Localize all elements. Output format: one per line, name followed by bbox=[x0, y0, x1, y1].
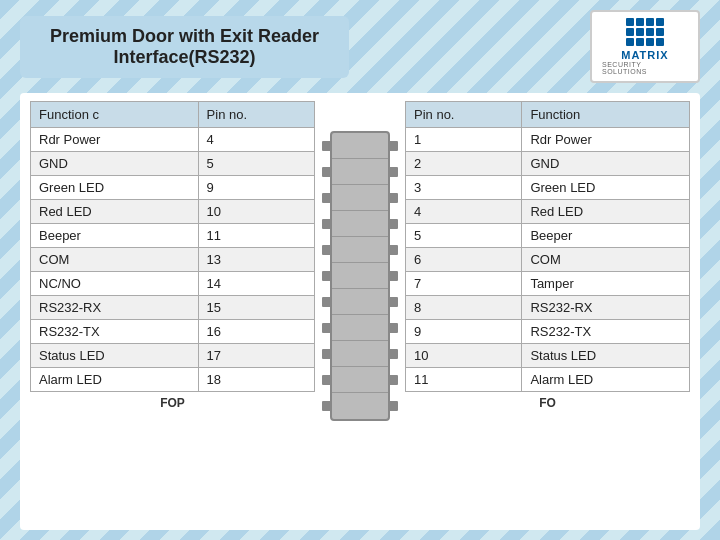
left-table-row: Green LED9 bbox=[31, 176, 315, 200]
right-table-row: 8RS232-RX bbox=[406, 296, 690, 320]
logo: MATRIX SECURITY SOLUTIONS bbox=[590, 10, 700, 83]
left-function-cell: Alarm LED bbox=[31, 368, 199, 392]
right-col1-header: Pin no. bbox=[406, 102, 522, 128]
right-pinno-cell: 8 bbox=[406, 296, 522, 320]
left-pinno-cell: 13 bbox=[198, 248, 314, 272]
left-col2-header: Pin no. bbox=[198, 102, 314, 128]
left-pinno-cell: 4 bbox=[198, 128, 314, 152]
left-table-row: Beeper11 bbox=[31, 224, 315, 248]
left-function-cell: NC/NO bbox=[31, 272, 199, 296]
right-pinno-cell: 3 bbox=[406, 176, 522, 200]
left-function-cell: RS232-TX bbox=[31, 320, 199, 344]
header: Premium Door with Exit Reader Interface(… bbox=[20, 10, 700, 83]
left-pinno-cell: 14 bbox=[198, 272, 314, 296]
left-table-row: Status LED17 bbox=[31, 344, 315, 368]
right-table-row: 7Tamper bbox=[406, 272, 690, 296]
left-table-row: GND5 bbox=[31, 152, 315, 176]
right-pinno-cell: 2 bbox=[406, 152, 522, 176]
right-function-cell: Alarm LED bbox=[522, 368, 690, 392]
right-table-row: 4Red LED bbox=[406, 200, 690, 224]
right-table-row: 11Alarm LED bbox=[406, 368, 690, 392]
left-function-cell: RS232-RX bbox=[31, 296, 199, 320]
left-table-row: RS232-RX15 bbox=[31, 296, 315, 320]
connector-pin bbox=[332, 237, 388, 263]
left-function-cell: Rdr Power bbox=[31, 128, 199, 152]
connector-pin bbox=[332, 263, 388, 289]
connector-section bbox=[315, 101, 405, 421]
right-table-row: 6COM bbox=[406, 248, 690, 272]
right-function-cell: Green LED bbox=[522, 176, 690, 200]
connector-visual bbox=[330, 131, 390, 421]
left-table-row: Rdr Power4 bbox=[31, 128, 315, 152]
right-function-cell: Rdr Power bbox=[522, 128, 690, 152]
right-pinno-cell: 6 bbox=[406, 248, 522, 272]
right-pinno-cell: 7 bbox=[406, 272, 522, 296]
right-pinno-cell: 10 bbox=[406, 344, 522, 368]
left-table-footer: FOP bbox=[30, 396, 315, 410]
left-table: Function c Pin no. Rdr Power4GND5Green L… bbox=[30, 101, 315, 392]
left-table-row: RS232-TX16 bbox=[31, 320, 315, 344]
right-function-cell: Beeper bbox=[522, 224, 690, 248]
logo-brand: MATRIX bbox=[621, 49, 668, 61]
right-function-cell: GND bbox=[522, 152, 690, 176]
left-pinno-cell: 17 bbox=[198, 344, 314, 368]
right-function-cell: Status LED bbox=[522, 344, 690, 368]
left-function-cell: Status LED bbox=[31, 344, 199, 368]
right-function-cell: COM bbox=[522, 248, 690, 272]
right-col2-header: Function bbox=[522, 102, 690, 128]
connector-pin bbox=[332, 289, 388, 315]
right-pinno-cell: 1 bbox=[406, 128, 522, 152]
left-function-cell: Green LED bbox=[31, 176, 199, 200]
tables-and-connector: Function c Pin no. Rdr Power4GND5Green L… bbox=[30, 101, 690, 421]
connector-pin bbox=[332, 315, 388, 341]
content-box: Function c Pin no. Rdr Power4GND5Green L… bbox=[20, 93, 700, 530]
left-table-row: Red LED10 bbox=[31, 200, 315, 224]
left-pinno-cell: 9 bbox=[198, 176, 314, 200]
right-table-row: 3Green LED bbox=[406, 176, 690, 200]
right-table-section: Pin no. Function 1Rdr Power2GND3Green LE… bbox=[405, 101, 690, 410]
left-pinno-cell: 5 bbox=[198, 152, 314, 176]
left-pinno-cell: 10 bbox=[198, 200, 314, 224]
right-pinno-cell: 4 bbox=[406, 200, 522, 224]
right-function-cell: RS232-RX bbox=[522, 296, 690, 320]
right-table-row: 1Rdr Power bbox=[406, 128, 690, 152]
right-table-row: 10Status LED bbox=[406, 344, 690, 368]
left-function-cell: Beeper bbox=[31, 224, 199, 248]
right-table-row: 9RS232-TX bbox=[406, 320, 690, 344]
left-pinno-cell: 11 bbox=[198, 224, 314, 248]
connector-pin bbox=[332, 341, 388, 367]
right-pinno-cell: 5 bbox=[406, 224, 522, 248]
left-function-cell: Red LED bbox=[31, 200, 199, 224]
connector-pin bbox=[332, 159, 388, 185]
left-col1-header: Function c bbox=[31, 102, 199, 128]
right-pinno-cell: 11 bbox=[406, 368, 522, 392]
page-title: Premium Door with Exit Reader Interface(… bbox=[20, 16, 349, 78]
right-table-row: 2GND bbox=[406, 152, 690, 176]
connector-pin bbox=[332, 367, 388, 393]
logo-sub: SECURITY SOLUTIONS bbox=[602, 61, 688, 75]
connector-pin bbox=[332, 211, 388, 237]
left-pinno-cell: 18 bbox=[198, 368, 314, 392]
left-function-cell: GND bbox=[31, 152, 199, 176]
right-table-footer: FO bbox=[405, 396, 690, 410]
left-table-section: Function c Pin no. Rdr Power4GND5Green L… bbox=[30, 101, 315, 410]
right-table-row: 5Beeper bbox=[406, 224, 690, 248]
connector-pin bbox=[332, 133, 388, 159]
logo-grid bbox=[626, 18, 664, 46]
right-function-cell: Red LED bbox=[522, 200, 690, 224]
left-table-row: NC/NO14 bbox=[31, 272, 315, 296]
left-table-row: COM13 bbox=[31, 248, 315, 272]
connector-pin bbox=[332, 185, 388, 211]
left-pinno-cell: 16 bbox=[198, 320, 314, 344]
right-function-cell: Tamper bbox=[522, 272, 690, 296]
right-pinno-cell: 9 bbox=[406, 320, 522, 344]
left-function-cell: COM bbox=[31, 248, 199, 272]
right-function-cell: RS232-TX bbox=[522, 320, 690, 344]
page-container: Premium Door with Exit Reader Interface(… bbox=[0, 0, 720, 540]
connector-pin bbox=[332, 393, 388, 419]
right-table: Pin no. Function 1Rdr Power2GND3Green LE… bbox=[405, 101, 690, 392]
left-table-row: Alarm LED18 bbox=[31, 368, 315, 392]
left-pinno-cell: 15 bbox=[198, 296, 314, 320]
